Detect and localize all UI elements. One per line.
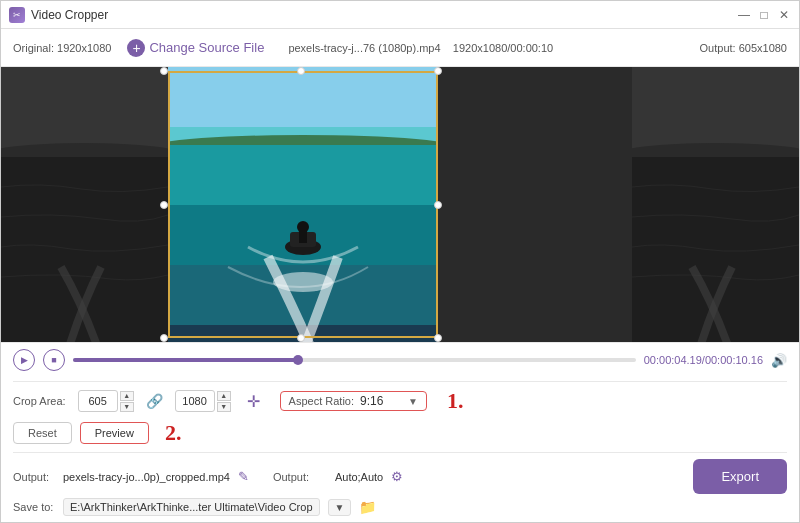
svg-point-13 bbox=[273, 272, 333, 292]
output-label: Output: bbox=[13, 471, 55, 483]
divider2 bbox=[13, 452, 787, 453]
play-button[interactable]: ▶ bbox=[13, 349, 35, 371]
folder-icon[interactable]: 📁 bbox=[359, 499, 376, 515]
preview-button[interactable]: Preview bbox=[80, 422, 149, 444]
aspect-ratio-select[interactable]: 9:16 16:9 4:3 1:1 Custom bbox=[360, 394, 402, 408]
playback-row: ▶ ■ 00:00:04.19/00:00:10.16 🔊 bbox=[13, 349, 787, 371]
crop-handle-bottom-right[interactable] bbox=[434, 334, 442, 342]
crop-handle-top-right[interactable] bbox=[434, 67, 442, 75]
output-settings-value: Auto;Auto bbox=[335, 471, 383, 483]
save-row: Save to: E:\ArkThinker\ArkThinke...ter U… bbox=[13, 498, 787, 516]
gear-icon[interactable]: ⚙ bbox=[391, 469, 403, 484]
progress-bar[interactable] bbox=[73, 358, 636, 362]
change-source-label: Change Source File bbox=[149, 40, 264, 55]
path-dropdown-button[interactable]: ▼ bbox=[328, 499, 352, 516]
export-button[interactable]: Export bbox=[693, 459, 787, 494]
svg-rect-9 bbox=[168, 145, 438, 205]
crop-handle-bottom-left[interactable] bbox=[160, 334, 168, 342]
aspect-ratio-group: Aspect Ratio: 9:16 16:9 4:3 1:1 Custom ▼ bbox=[280, 391, 427, 411]
save-path-display: E:\ArkThinker\ArkThinke...ter Ultimate\V… bbox=[63, 498, 320, 516]
bottom-controls: Crop Area: ▲ ▼ 🔗 ▲ ▼ ✛ Aspect Ratio: bbox=[1, 381, 799, 522]
divider bbox=[13, 381, 787, 382]
aspect-dropdown-icon: ▼ bbox=[408, 396, 418, 407]
time-display: 00:00:04.19/00:00:10.16 bbox=[644, 354, 763, 366]
original-resolution-label: Original: 1920x1080 bbox=[13, 42, 111, 54]
progress-thumb bbox=[293, 355, 303, 365]
window-controls: — □ ✕ bbox=[737, 8, 791, 22]
plus-icon: + bbox=[127, 39, 145, 57]
crop-handle-top-left[interactable] bbox=[160, 67, 168, 75]
crop-handle-bottom-center[interactable] bbox=[297, 334, 305, 342]
link-icon[interactable]: 🔗 bbox=[146, 393, 163, 409]
video-left-panel bbox=[1, 67, 168, 342]
video-right-panel bbox=[632, 67, 799, 342]
video-crop-center bbox=[168, 67, 438, 342]
output-settings-label: Output: bbox=[273, 471, 315, 483]
volume-icon[interactable]: 🔊 bbox=[771, 353, 787, 368]
reset-button[interactable]: Reset bbox=[13, 422, 72, 444]
width-up-button[interactable]: ▲ bbox=[120, 391, 134, 401]
minimize-button[interactable]: — bbox=[737, 8, 751, 22]
height-input[interactable] bbox=[175, 390, 215, 412]
height-down-button[interactable]: ▼ bbox=[217, 402, 231, 412]
output-resolution-label: Output: 605x1080 bbox=[700, 42, 787, 54]
crop-handle-mid-right[interactable] bbox=[434, 201, 442, 209]
title-bar: ✂ Video Cropper — □ ✕ bbox=[1, 1, 799, 29]
step-2-badge: 2. bbox=[165, 420, 182, 446]
stop-button[interactable]: ■ bbox=[43, 349, 65, 371]
close-button[interactable]: ✕ bbox=[777, 8, 791, 22]
maximize-button[interactable]: □ bbox=[757, 8, 771, 22]
crop-area-label: Crop Area: bbox=[13, 395, 66, 407]
action-row: Reset Preview 2. bbox=[13, 420, 787, 446]
move-icon[interactable]: ✛ bbox=[247, 392, 260, 411]
edit-icon[interactable]: ✎ bbox=[238, 469, 249, 484]
height-up-button[interactable]: ▲ bbox=[217, 391, 231, 401]
app-window: ✂ Video Cropper — □ ✕ Original: 1920x108… bbox=[0, 0, 800, 523]
crop-handle-top-center[interactable] bbox=[297, 67, 305, 75]
crop-settings-row: Crop Area: ▲ ▼ 🔗 ▲ ▼ ✛ Aspect Ratio: bbox=[13, 388, 787, 414]
width-input[interactable] bbox=[78, 390, 118, 412]
app-title: Video Cropper bbox=[31, 8, 737, 22]
height-input-group: ▲ ▼ bbox=[175, 390, 231, 412]
playback-controls: ▶ ■ 00:00:04.19/00:00:10.16 🔊 bbox=[1, 342, 799, 381]
change-source-button[interactable]: + Change Source File bbox=[127, 39, 264, 57]
aspect-ratio-label: Aspect Ratio: bbox=[289, 395, 354, 407]
output-filename: pexels-tracy-jo...0p)_cropped.mp4 bbox=[63, 471, 230, 483]
header-bar: Original: 1920x1080 + Change Source File… bbox=[1, 29, 799, 67]
save-to-label: Save to: bbox=[13, 501, 55, 513]
file-name: pexels-tracy-j...76 (1080p).mp4 1920x108… bbox=[288, 42, 553, 54]
svg-rect-17 bbox=[299, 231, 307, 243]
height-spinner: ▲ ▼ bbox=[217, 391, 231, 412]
app-icon: ✂ bbox=[9, 7, 25, 23]
step-1-badge: 1. bbox=[447, 388, 464, 414]
video-preview-area[interactable] bbox=[1, 67, 799, 342]
width-down-button[interactable]: ▼ bbox=[120, 402, 134, 412]
crop-handle-mid-left[interactable] bbox=[160, 201, 168, 209]
output-row: Output: pexels-tracy-jo...0p)_cropped.mp… bbox=[13, 459, 787, 494]
width-input-group: ▲ ▼ bbox=[78, 390, 134, 412]
progress-fill bbox=[73, 358, 298, 362]
width-spinner: ▲ ▼ bbox=[120, 391, 134, 412]
